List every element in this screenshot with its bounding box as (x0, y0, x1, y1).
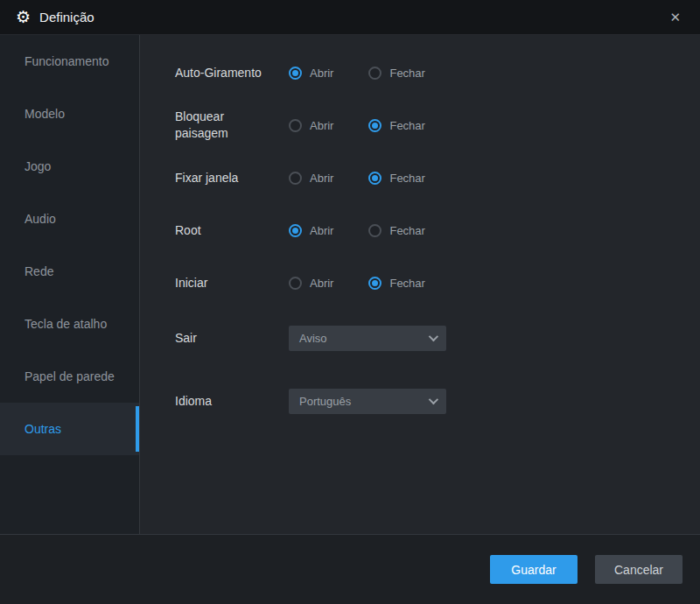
chevron-down-icon (429, 395, 438, 404)
radio-label: Fechar (389, 119, 424, 132)
radio-group: Abrir Fechar (289, 119, 425, 132)
radio-icon (368, 277, 382, 290)
settings-window: ⚙ Definição ✕ Funcionamento Modelo Jogo … (0, 0, 700, 604)
setting-label: Bloquear paisagem (175, 109, 271, 142)
setting-label: Iniciar (175, 275, 271, 291)
radio-label: Abrir (310, 67, 333, 80)
sidebar-item-label: Papel de parede (24, 369, 115, 383)
sidebar-item-papel-de-parede[interactable]: Papel de parede (0, 350, 139, 403)
window-body: Funcionamento Modelo Jogo Audio Rede Tec… (0, 35, 700, 534)
idioma-dropdown[interactable]: Português (289, 389, 446, 414)
radio-group: Abrir Fechar (289, 224, 425, 237)
setting-label: Auto-Giramento (175, 65, 271, 81)
setting-label: Fixar janela (175, 170, 271, 186)
sidebar-item-tecla-de-atalho[interactable]: Tecla de atalho (0, 298, 139, 350)
sair-dropdown[interactable]: Aviso (289, 326, 446, 351)
setting-row-idioma: Idioma Português (175, 372, 700, 430)
radio-icon (368, 119, 382, 132)
cancel-button[interactable]: Cancelar (595, 555, 682, 584)
titlebar: ⚙ Definição ✕ (0, 0, 700, 35)
sidebar-item-audio[interactable]: Audio (0, 193, 139, 245)
sidebar-item-label: Outras (24, 422, 61, 436)
dropdown-value: Português (299, 395, 422, 408)
radio-option-fechar[interactable]: Fechar (368, 119, 424, 132)
radio-option-fechar[interactable]: Fechar (368, 172, 424, 185)
gear-icon: ⚙ (16, 9, 31, 25)
radio-group: Abrir Fechar (289, 172, 425, 185)
setting-row-fixar-janela: Fixar janela Abrir Fechar (175, 151, 700, 204)
setting-row-root: Root Abrir Fechar (175, 204, 700, 256)
sidebar-item-label: Jogo (24, 159, 51, 173)
radio-group: Abrir Fechar (289, 67, 425, 80)
radio-icon (289, 224, 302, 237)
sidebar-item-funcionamento[interactable]: Funcionamento (0, 35, 139, 88)
radio-option-abrir[interactable]: Abrir (289, 119, 333, 132)
radio-option-abrir[interactable]: Abrir (289, 277, 333, 290)
radio-label: Abrir (310, 172, 333, 185)
radio-option-abrir[interactable]: Abrir (289, 172, 333, 185)
sidebar-item-label: Tecla de atalho (24, 317, 107, 331)
radio-option-abrir[interactable]: Abrir (289, 224, 333, 237)
radio-icon (289, 67, 302, 80)
radio-icon (368, 172, 382, 185)
sidebar-item-label: Audio (24, 212, 56, 226)
sidebar-item-jogo[interactable]: Jogo (0, 140, 139, 193)
close-icon[interactable]: ✕ (664, 5, 686, 29)
radio-label: Abrir (310, 224, 333, 237)
radio-label: Fechar (389, 172, 424, 185)
radio-label: Abrir (310, 119, 333, 132)
dropdown-value: Aviso (299, 332, 422, 345)
setting-label: Root (175, 222, 271, 239)
radio-option-abrir[interactable]: Abrir (289, 67, 333, 80)
sidebar-item-modelo[interactable]: Modelo (0, 88, 139, 140)
setting-row-bloquear-paisagem: Bloquear paisagem Abrir Fechar (175, 99, 700, 151)
radio-option-fechar[interactable]: Fechar (368, 277, 424, 290)
sidebar-item-rede[interactable]: Rede (0, 245, 139, 298)
radio-label: Fechar (389, 67, 424, 80)
radio-option-fechar[interactable]: Fechar (368, 224, 424, 237)
sidebar-item-label: Modelo (24, 107, 65, 121)
radio-group: Abrir Fechar (289, 277, 425, 290)
radio-option-fechar[interactable]: Fechar (368, 67, 424, 80)
setting-label: Sair (175, 330, 271, 347)
radio-label: Fechar (389, 277, 424, 290)
setting-row-auto-giramento: Auto-Giramento Abrir Fechar (175, 46, 700, 99)
chevron-down-icon (429, 332, 438, 341)
setting-row-iniciar: Iniciar Abrir Fechar (175, 256, 700, 309)
radio-label: Fechar (389, 224, 424, 237)
sidebar-item-label: Rede (24, 264, 53, 278)
footer-bar: Guardar Cancelar (0, 534, 700, 604)
sidebar-item-label: Funcionamento (24, 54, 109, 68)
save-button[interactable]: Guardar (490, 555, 578, 584)
setting-label: Idioma (175, 393, 271, 410)
radio-icon (368, 67, 382, 80)
radio-icon (289, 119, 302, 132)
setting-row-sair: Sair Aviso (175, 309, 700, 367)
sidebar-item-outras[interactable]: Outras (0, 403, 139, 455)
settings-panel: Auto-Giramento Abrir Fechar Bloquear pai… (140, 35, 700, 534)
radio-icon (368, 224, 382, 237)
sidebar: Funcionamento Modelo Jogo Audio Rede Tec… (0, 35, 140, 534)
radio-icon (289, 172, 302, 185)
window-title: Definição (39, 10, 94, 25)
radio-icon (289, 277, 302, 290)
radio-label: Abrir (310, 277, 333, 290)
